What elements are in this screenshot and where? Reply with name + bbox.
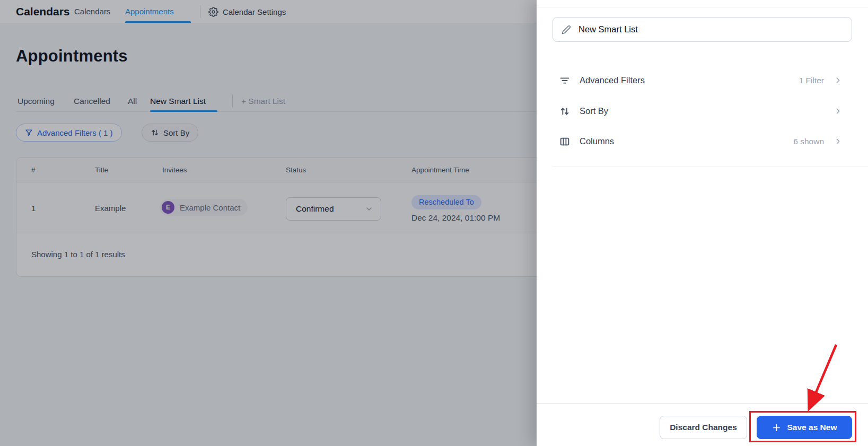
modal-backdrop[interactable] [0,0,537,446]
columns-icon [559,136,571,147]
chevron-right-icon [834,76,843,85]
smart-list-name-input[interactable]: New Smart List [553,17,852,42]
drawer-footer: Discard Changes Save as New [537,403,868,446]
sort-arrows-icon [559,106,571,117]
pencil-icon [562,25,571,34]
drawer-row-sort-by[interactable]: Sort By [537,96,868,126]
drawer-header-divider [537,7,868,7]
chevron-right-icon [834,137,843,146]
smart-list-name-value: New Smart List [578,24,638,34]
drawer-row-label: Columns [580,136,793,146]
save-as-new-button[interactable]: Save as New [757,416,852,439]
smart-list-drawer: New Smart List Advanced Filters 1 Filter… [537,0,868,446]
drawer-row-value: 6 shown [793,137,824,146]
filter-lines-icon [559,75,571,86]
app-screen: Calendars Calendars Appointments Calenda… [0,0,868,446]
plus-icon [772,423,781,432]
drawer-row-value: 1 Filter [799,76,824,85]
save-as-new-label: Save as New [787,423,837,432]
drawer-row-label: Advanced Filters [580,75,799,85]
drawer-section-divider [553,167,868,167]
drawer-row-columns[interactable]: Columns 6 shown [537,126,868,156]
drawer-row-advanced-filters[interactable]: Advanced Filters 1 Filter [537,65,868,95]
discard-changes-button[interactable]: Discard Changes [660,416,747,439]
drawer-row-label: Sort By [580,106,824,116]
chevron-right-icon [834,107,843,116]
